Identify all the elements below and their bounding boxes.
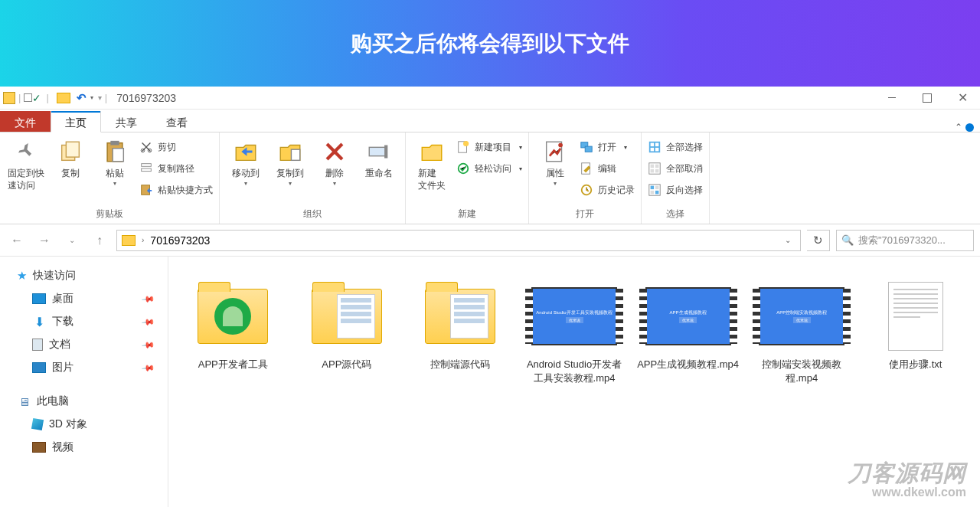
path-segment[interactable]: 7016973203 <box>150 234 210 247</box>
android-icon <box>214 298 251 335</box>
newfolder-button[interactable]: 新建 文件夹 <box>412 134 452 191</box>
search-icon: 🔍 <box>841 234 854 246</box>
group-new: 新建 文件夹 新建项目 ▾ 轻松访问 ▾ 新建 <box>406 132 529 224</box>
tab-view[interactable]: 查看 <box>152 111 202 132</box>
svg-rect-33 <box>651 186 655 190</box>
nav-thispc[interactable]: 🖥此电脑 <box>0 390 168 413</box>
invert-button[interactable]: 反向选择 <box>648 182 703 198</box>
svg-rect-28 <box>651 165 655 168</box>
qat-folder-icon[interactable] <box>57 93 70 103</box>
file-name: APP源代码 <box>295 358 400 371</box>
copy-button[interactable]: 复制 <box>51 134 90 180</box>
separator: | <box>18 92 21 103</box>
pin-quickaccess-button[interactable]: 固定到快 速访问 <box>6 134 46 191</box>
address-field[interactable]: › 7016973203 ⌄ <box>116 230 801 251</box>
nav-pictures[interactable]: 图片📌 <box>0 356 168 379</box>
up-button[interactable]: ↑ <box>89 230 110 251</box>
tab-home[interactable]: 主页 <box>51 111 101 132</box>
nav-pane: ★快速访问 桌面📌 ⬇下载📌 文档📌 图片📌 🖥此电脑 3D 对象 视频 <box>0 257 168 507</box>
properties-button[interactable]: 属性▾ <box>535 134 575 188</box>
folder-thumb <box>312 289 382 344</box>
svg-rect-3 <box>110 141 119 146</box>
history-button[interactable]: 历史记录 <box>580 182 635 198</box>
newitem-button[interactable]: 新建项目 ▾ <box>456 139 522 155</box>
file-item[interactable]: APP生成视频教程优米说 APP生成视频教程.mp4 <box>635 275 740 489</box>
file-item[interactable]: APP开发者工具 <box>181 275 286 489</box>
forward-button[interactable]: → <box>34 230 55 251</box>
explorer-body: ★快速访问 桌面📌 ⬇下载📌 文档📌 图片📌 🖥此电脑 3D 对象 视频 APP… <box>0 257 980 507</box>
edit-button[interactable]: 编辑 <box>580 160 635 177</box>
chevron-right-icon: › <box>142 236 144 244</box>
banner-title: 购买之后你将会得到以下文件 <box>351 29 629 58</box>
paste-button[interactable]: 粘贴▾ <box>95 134 135 188</box>
window-controls: ✕ <box>874 87 980 110</box>
copyto-icon <box>277 139 303 165</box>
open-button[interactable]: 打开 ▾ <box>580 139 635 155</box>
easyaccess-icon <box>456 162 470 175</box>
maximize-button[interactable] <box>910 87 945 110</box>
watermark-url: www.dkewl.com <box>848 486 966 499</box>
qat-checkbox-icon[interactable] <box>24 93 32 102</box>
file-item[interactable]: 使用步骤.txt <box>863 275 968 489</box>
easyaccess-button[interactable]: 轻松访问 ▾ <box>456 160 522 177</box>
edit-icon <box>580 162 593 175</box>
address-dropdown[interactable]: ⌄ <box>780 236 795 244</box>
group-open: 属性▾ 打开 ▾ 编辑 历史记录 打开 <box>529 132 642 224</box>
copyto-button[interactable]: 复制到▾ <box>270 134 310 188</box>
delete-icon <box>322 139 348 165</box>
nav-quickaccess[interactable]: ★快速访问 <box>0 264 168 287</box>
svg-rect-34 <box>655 191 659 195</box>
app-icon <box>3 92 15 104</box>
selectall-icon <box>648 140 662 154</box>
tab-share[interactable]: 共享 <box>101 111 152 132</box>
qat-customize[interactable]: ▾ <box>98 93 102 102</box>
svg-rect-7 <box>142 164 152 167</box>
svg-rect-1 <box>66 142 79 157</box>
nav-downloads[interactable]: ⬇下载📌 <box>0 310 168 333</box>
search-input[interactable]: 🔍 搜索"7016973320... <box>836 230 974 251</box>
window-titlebar: | ✓ | ↶ ▾ ▾ | 7016973203 ✕ <box>0 87 980 110</box>
pin-icon: 📌 <box>141 361 155 375</box>
file-item[interactable]: APP源代码 <box>295 275 400 489</box>
nav-videos[interactable]: 视频 <box>0 436 168 459</box>
group-organize: 移动到▾ 复制到▾ 删除▾ 重命名 组织 <box>220 132 406 224</box>
selectnone-button[interactable]: 全部取消 <box>648 160 703 177</box>
nav-documents[interactable]: 文档📌 <box>0 333 168 356</box>
recent-button[interactable]: ⌄ <box>61 230 83 251</box>
file-name: 使用步骤.txt <box>863 358 968 371</box>
cut-button[interactable]: 剪切 <box>139 139 213 155</box>
refresh-button[interactable]: ↻ <box>807 230 830 251</box>
file-item[interactable]: APP控制端安装视频教程优米说 控制端安装视频教程.mp4 <box>750 275 854 489</box>
separator: | <box>46 92 48 103</box>
rename-button[interactable]: 重命名 <box>359 134 399 180</box>
svg-rect-10 <box>291 149 299 160</box>
ribbon-expand[interactable]: ⌃ <box>955 122 980 132</box>
pasteshortcut-button[interactable]: 粘贴快捷方式 <box>139 182 213 198</box>
undo-button[interactable]: ↶ <box>75 91 89 105</box>
file-name: APP生成视频教程.mp4 <box>635 358 740 371</box>
nav-desktop[interactable]: 桌面📌 <box>0 287 168 310</box>
undo-dropdown[interactable]: ▾ <box>90 94 93 101</box>
file-item[interactable]: Android Studio开发工具安装视频教程优米说 Android Stud… <box>522 275 627 489</box>
window-title: 7016973203 <box>116 92 176 104</box>
group-select: 全部选择 全部取消 反向选择 选择 <box>642 132 710 224</box>
picture-icon <box>32 361 46 374</box>
copypath-button[interactable]: 复制路径 <box>139 160 213 177</box>
back-button[interactable]: ← <box>6 230 28 251</box>
newitem-icon <box>456 140 470 154</box>
delete-button[interactable]: 删除▾ <box>315 134 354 188</box>
minimize-button[interactable] <box>874 87 910 110</box>
watermark: 刀客源码网 www.dkewl.com <box>848 460 966 499</box>
file-item[interactable]: 控制端源代码 <box>408 275 513 489</box>
tab-file[interactable]: 文件 <box>0 111 51 132</box>
ribbon: 固定到快 速访问 复制 粘贴▾ 剪切 复制路径 粘贴快捷方式 剪贴板 移动到▾ … <box>0 132 980 224</box>
group-label: 选择 <box>648 206 703 224</box>
moveto-button[interactable]: 移动到▾ <box>226 134 266 188</box>
folder-icon <box>122 235 136 246</box>
group-label: 剪贴板 <box>6 206 213 224</box>
selectall-button[interactable]: 全部选择 <box>648 139 703 155</box>
nav-3dobjects[interactable]: 3D 对象 <box>0 413 168 436</box>
close-button[interactable]: ✕ <box>945 87 980 110</box>
svg-rect-25 <box>651 148 655 152</box>
paste-icon <box>102 139 128 165</box>
